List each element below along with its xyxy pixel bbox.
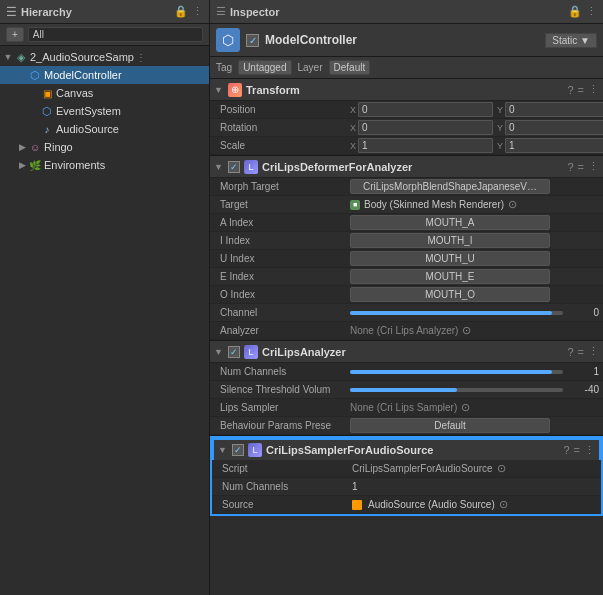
lipsanalyzer-settings-icon[interactable]: = (578, 346, 584, 358)
source-link-icon[interactable]: ⊙ (499, 498, 508, 511)
channel-slider[interactable] (350, 311, 563, 315)
pos-y-input[interactable] (505, 102, 603, 117)
lipsanalyzer-icon: L (244, 345, 258, 359)
lipssampler-label: Lips Sampler (220, 402, 350, 413)
rot-x-input[interactable] (358, 120, 493, 135)
position-label: Position (220, 104, 350, 115)
rot-y-input[interactable] (505, 120, 603, 135)
layer-label: Layer (298, 62, 323, 73)
source-text: AudioSource (Audio Source) (368, 499, 495, 510)
tag-dropdown[interactable]: Untagged (238, 60, 291, 75)
lipsanalyzer-more-icon[interactable]: ⋮ (588, 345, 599, 358)
deformer-settings-icon[interactable]: = (578, 161, 584, 173)
inspector-menu-icon: ☰ (216, 5, 226, 18)
scale-x-input[interactable] (358, 138, 493, 153)
analyzer-link-icon[interactable]: ⊙ (462, 324, 471, 337)
sampler-arrow: ▼ (218, 445, 230, 455)
sampler-checkbox[interactable]: ✓ (232, 444, 244, 456)
target-link-icon[interactable]: ⊙ (508, 198, 517, 211)
analyzer-row: Analyzer None (Cri Lips Analyzer) ⊙ (210, 322, 603, 340)
iindex-dropdown[interactable]: MOUTH_I (350, 233, 550, 248)
hierarchy-item-enviroments[interactable]: ▶ 🌿 Enviroments (0, 156, 209, 174)
transform-component: ▼ ⊕ Transform ? = ⋮ Position X Y Z (210, 79, 603, 156)
scene-menu[interactable]: ⋮ (136, 52, 146, 63)
behaviourparams-label: Behaviour Params Prese (220, 420, 350, 431)
crilipsanalyzer-header[interactable]: ▼ ✓ L CriLipsAnalyzer ? = ⋮ (210, 341, 603, 363)
static-dropdown-button[interactable]: Static ▼ (545, 33, 597, 48)
morphtarget-dropdown[interactable]: CriLipsMorphBlendShapeJapaneseV… (350, 179, 550, 194)
object-name: ModelController (265, 33, 539, 47)
source-row: Source AudioSource (Audio Source) ⊙ (212, 496, 601, 514)
sampler-more-icon[interactable]: ⋮ (584, 444, 595, 457)
behaviourparams-dropdown[interactable]: Default (350, 418, 550, 433)
deformer-checkbox[interactable]: ✓ (228, 161, 240, 173)
gameobject-icon: ⬡ (216, 28, 240, 52)
crilipsanalyzer-component: ▼ ✓ L CriLipsAnalyzer ? = ⋮ Num Channels… (210, 341, 603, 436)
inspector-panel: ☰ Inspector 🔒 ⋮ ⬡ ✓ ModelController Stat… (210, 0, 603, 595)
transform-help-icon[interactable]: ? (567, 84, 573, 96)
hierarchy-search-input[interactable] (28, 27, 203, 42)
lipssampler-link-icon[interactable]: ⊙ (461, 401, 470, 414)
sampler-numchannels-label: Num Channels (222, 481, 352, 492)
uindex-dropdown[interactable]: MOUTH_U (350, 251, 550, 266)
modelcontroller-label: ModelController (44, 69, 122, 81)
crilipsdeformer-header[interactable]: ▼ ✓ L CriLipsDeformerForAnalyzer ? = ⋮ (210, 156, 603, 178)
object-active-checkbox[interactable]: ✓ (246, 34, 259, 47)
hierarchy-more-icon: ⋮ (192, 5, 203, 18)
add-object-button[interactable]: + (6, 27, 24, 42)
audiosource-label: AudioSource (56, 123, 119, 135)
scale-value: X Y Z (350, 138, 603, 153)
deformer-icon: L (244, 160, 258, 174)
eindex-row: E Index MOUTH_E (210, 268, 603, 286)
scene-icon: ◈ (14, 50, 28, 64)
deformer-help-icon[interactable]: ? (567, 161, 573, 173)
modelcontroller-icon: ⬡ (28, 68, 42, 82)
script-link-icon[interactable]: ⊙ (497, 462, 506, 475)
lipssampler-row: Lips Sampler None (Cri Lips Sampler) ⊙ (210, 399, 603, 417)
deformer-more-icon[interactable]: ⋮ (588, 160, 599, 173)
pos-y-label: Y (497, 105, 503, 115)
transform-header[interactable]: ▼ ⊕ Transform ? = ⋮ (210, 79, 603, 101)
transform-settings-icon[interactable]: = (578, 84, 584, 96)
oindex-dropdown[interactable]: MOUTH_O (350, 287, 550, 302)
layer-dropdown[interactable]: Default (329, 60, 371, 75)
lipsanalyzer-arrow: ▼ (214, 347, 226, 357)
hierarchy-item-audiosource[interactable]: ♪ AudioSource (0, 120, 209, 138)
hierarchy-item-modelcontroller[interactable]: ⬡ ModelController (0, 66, 209, 84)
hierarchy-item-scene[interactable]: ▼ ◈ 2_AudioSourceSamp ⋮ (0, 48, 209, 66)
transform-more-icon[interactable]: ⋮ (588, 83, 599, 96)
hierarchy-item-eventsystem[interactable]: ⬡ EventSystem (0, 102, 209, 120)
eindex-value: MOUTH_E (350, 269, 599, 284)
sampler-help-icon[interactable]: ? (563, 444, 569, 456)
script-label: Script (222, 463, 352, 474)
scale-y-label: Y (497, 141, 503, 151)
ringo-label: Ringo (44, 141, 73, 153)
hierarchy-item-canvas[interactable]: ▣ Canvas (0, 84, 209, 102)
pos-x-input[interactable] (358, 102, 493, 117)
scale-y-input[interactable] (505, 138, 603, 153)
scene-label: 2_AudioSourceSamp (30, 51, 134, 63)
inspector-lock-icon: 🔒 (568, 5, 582, 18)
sampler-icon: L (248, 443, 262, 457)
numchannels-slider[interactable] (350, 370, 563, 374)
silencethreshold-slider[interactable] (350, 388, 563, 392)
scene-arrow: ▼ (2, 52, 14, 62)
inspector-header: ☰ Inspector 🔒 ⋮ (210, 0, 603, 24)
inspector-content: ▼ ⊕ Transform ? = ⋮ Position X Y Z (210, 79, 603, 595)
deformer-arrow: ▼ (214, 162, 226, 172)
hierarchy-item-ringo[interactable]: ▶ ☺ Ringo (0, 138, 209, 156)
behaviourparams-row: Behaviour Params Prese Default (210, 417, 603, 435)
scale-x-label: X (350, 141, 356, 151)
crilipssampler-header[interactable]: ▼ ✓ L CriLipsSamplerForAudioSource ? = ⋮ (212, 438, 601, 460)
sampler-numchannels-row: Num Channels 1 (212, 478, 601, 496)
transform-name: Transform (246, 84, 567, 96)
lipsanalyzer-help-icon[interactable]: ? (567, 346, 573, 358)
eindex-dropdown[interactable]: MOUTH_E (350, 269, 550, 284)
aindex-dropdown[interactable]: MOUTH_A (350, 215, 550, 230)
sampler-settings-icon[interactable]: = (574, 444, 580, 456)
ringo-icon: ☺ (28, 140, 42, 154)
crilipssampler-component: ▼ ✓ L CriLipsSamplerForAudioSource ? = ⋮… (210, 436, 603, 516)
silencethreshold-label: Silence Threshold Volum (220, 384, 350, 395)
lipsanalyzer-checkbox[interactable]: ✓ (228, 346, 240, 358)
script-row: Script CriLipsSamplerForAudioSource ⊙ (212, 460, 601, 478)
